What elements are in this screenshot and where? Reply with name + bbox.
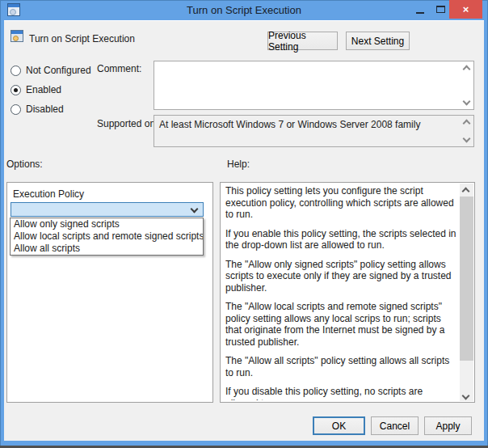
scrollbar-down-button[interactable] xyxy=(460,389,473,401)
dropdown-item[interactable]: Allow local scripts and remote signed sc… xyxy=(11,230,203,243)
radio-icon[interactable] xyxy=(11,104,21,115)
comment-input[interactable] xyxy=(154,61,474,110)
radio-label: Not Configured xyxy=(26,65,91,76)
cancel-button[interactable]: Cancel xyxy=(371,416,419,435)
close-button[interactable]: × xyxy=(449,0,482,19)
radio-icon[interactable] xyxy=(11,66,21,76)
help-paragraph: The "Allow only signed scripts" policy s… xyxy=(225,259,457,294)
scroll-up-icon xyxy=(462,188,470,196)
supported-on-label: Supported on: xyxy=(97,118,158,129)
dropdown-item[interactable]: Allow all scripts xyxy=(11,243,203,255)
help-paragraph: The "Allow local scripts and remote sign… xyxy=(225,301,457,348)
minimize-button[interactable] xyxy=(410,0,430,19)
maximize-icon xyxy=(436,6,445,13)
help-paragraph: The "Allow all scripts" policy setting a… xyxy=(225,355,457,378)
options-section-label: Options: xyxy=(6,158,43,170)
state-radio-group: Not ConfiguredEnabledDisabled xyxy=(11,64,91,122)
comment-label: Comment: xyxy=(97,63,141,74)
scroll-down-icon xyxy=(462,392,470,400)
scroll-up-icon[interactable] xyxy=(463,120,471,128)
help-panel: This policy setting lets you configure t… xyxy=(220,182,475,403)
radio-option-enabled[interactable]: Enabled xyxy=(11,83,91,96)
policy-setting-icon xyxy=(11,30,23,42)
help-paragraph: If you disable this policy setting, no s… xyxy=(225,386,457,400)
help-paragraph: This policy setting lets you configure t… xyxy=(225,185,457,221)
dialog-window: Turn on Script Execution × Turn on Scrip… xyxy=(0,0,488,448)
ok-button[interactable]: OK xyxy=(313,416,365,435)
scroll-down-icon[interactable] xyxy=(463,98,471,106)
scrollbar-up-button[interactable] xyxy=(460,184,473,196)
scroll-up-icon[interactable] xyxy=(463,66,471,74)
radio-label: Enabled xyxy=(26,84,61,95)
next-setting-button[interactable]: Next Setting xyxy=(346,32,410,50)
apply-button[interactable]: Apply xyxy=(424,416,472,435)
help-text: This policy setting lets you configure t… xyxy=(225,185,457,400)
supported-on-field: At least Microsoft Windows 7 or Windows … xyxy=(154,115,474,147)
title-bar[interactable]: Turn on Script Execution × xyxy=(0,0,488,20)
help-paragraph: If you enable this policy setting, the s… xyxy=(225,228,457,251)
radio-icon[interactable] xyxy=(11,85,21,95)
previous-setting-button[interactable]: Previous Setting xyxy=(267,32,338,50)
help-scrollbar[interactable] xyxy=(460,184,473,401)
radio-option-disabled[interactable]: Disabled xyxy=(11,103,91,116)
close-icon: × xyxy=(463,3,469,15)
dropdown-item[interactable]: Allow only signed scripts xyxy=(11,218,203,230)
maximize-button[interactable] xyxy=(431,0,449,19)
execution-policy-dropdown-list: Allow only signed scriptsAllow local scr… xyxy=(10,218,204,256)
scrollbar-thumb[interactable] xyxy=(460,197,473,361)
minimize-icon xyxy=(416,12,424,14)
supported-on-value: At least Microsoft Windows 7 or Windows … xyxy=(159,119,456,130)
help-section-label: Help: xyxy=(227,158,250,170)
scroll-down-icon[interactable] xyxy=(463,135,471,143)
radio-label: Disabled xyxy=(26,104,64,115)
execution-policy-label: Execution Policy xyxy=(13,188,84,200)
chevron-down-icon xyxy=(191,205,199,213)
policy-setting-name: Turn on Script Execution xyxy=(29,33,135,44)
execution-policy-combobox[interactable] xyxy=(11,202,204,217)
radio-option-not-configured[interactable]: Not Configured xyxy=(11,64,91,77)
